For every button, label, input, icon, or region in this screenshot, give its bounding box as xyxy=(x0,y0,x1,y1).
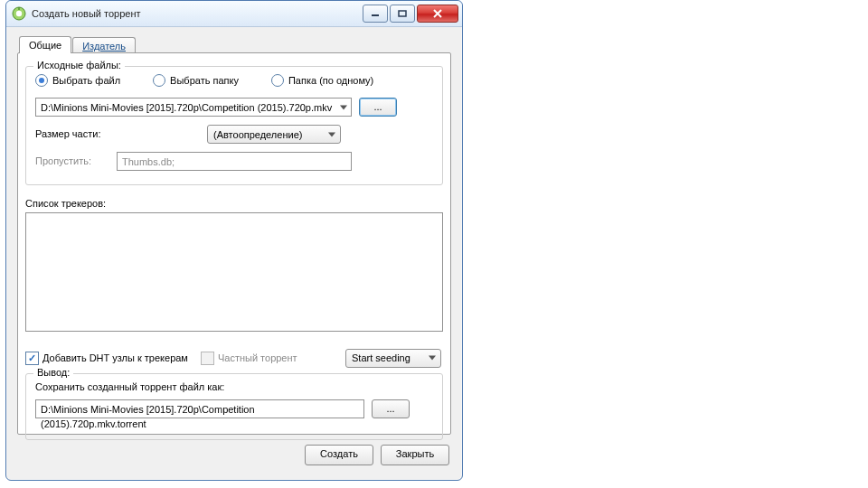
checkbox-label: Добавить DHT узлы к трекерам xyxy=(42,352,188,363)
checkbox-label: Частный торрент xyxy=(218,352,297,363)
group-legend: Исходные файлы: xyxy=(33,60,125,70)
close-button[interactable] xyxy=(417,5,458,23)
checkbox-private: Частный торрент xyxy=(201,352,297,365)
trackers-textarea[interactable] xyxy=(25,212,443,332)
browse-output-button[interactable]: ... xyxy=(372,399,410,418)
chevron-down-icon xyxy=(340,105,347,109)
button-label: ... xyxy=(373,101,382,112)
client-area: Общие Издатель Исходные файлы: Выбрать ф… xyxy=(14,32,455,473)
svg-point-1 xyxy=(16,11,22,16)
group-source-files: Исходные файлы: Выбрать файл Выбрать пап… xyxy=(25,66,443,185)
close-dialog-button[interactable]: Закрыть xyxy=(381,445,449,465)
group-output: Вывод: Сохранить созданный торрент файл … xyxy=(25,373,443,440)
tab-label: Издатель xyxy=(82,41,126,52)
minimize-button[interactable] xyxy=(363,5,388,23)
dialog-buttons: Создать Закрыть xyxy=(305,445,449,465)
create-button[interactable]: Создать xyxy=(305,445,373,465)
window-title: Создать новый торрент xyxy=(32,8,361,19)
svg-rect-4 xyxy=(399,11,406,16)
source-path-value: D:\Minions Mini-Movies [2015].720p\Compe… xyxy=(41,102,332,113)
seeding-select[interactable]: Start seeding xyxy=(345,349,441,368)
seeding-value: Start seeding xyxy=(352,352,410,363)
radio-dot-icon xyxy=(153,74,165,87)
group-legend: Вывод: xyxy=(33,367,73,378)
radio-dot-icon xyxy=(35,74,48,87)
tabstrip: Общие Издатель xyxy=(19,33,137,53)
skip-label: Пропустить: xyxy=(35,155,91,166)
checkbox-icon xyxy=(201,352,214,365)
piece-size-label: Размер части: xyxy=(35,128,100,139)
chevron-down-icon xyxy=(429,356,436,361)
window-buttons xyxy=(361,5,458,23)
skip-value: Thumbs.db; xyxy=(122,156,175,167)
radio-label: Выбрать файл xyxy=(52,75,120,86)
tab-general[interactable]: Общие xyxy=(19,36,71,53)
radio-label: Выбрать папку xyxy=(170,75,239,86)
button-label: Создать xyxy=(320,448,358,459)
output-path-value: D:\Minions Mini-Movies [2015].720p\Compe… xyxy=(41,404,255,429)
tab-panel-general: Исходные файлы: Выбрать файл Выбрать пап… xyxy=(17,52,451,435)
output-path-input[interactable]: D:\Minions Mini-Movies [2015].720p\Compe… xyxy=(35,399,364,418)
checkbox-icon xyxy=(25,352,39,365)
button-label: Закрыть xyxy=(396,448,434,459)
trackers-label: Список трекеров: xyxy=(25,198,106,209)
button-label: ... xyxy=(386,403,394,414)
radio-select-file[interactable]: Выбрать файл xyxy=(35,74,120,87)
radio-folder-each[interactable]: Папка (по одному) xyxy=(271,74,373,87)
tab-label: Общие xyxy=(29,40,61,51)
radio-dot-icon xyxy=(271,74,284,87)
radio-select-folder[interactable]: Выбрать папку xyxy=(153,74,239,87)
source-path-combo[interactable]: D:\Minions Mini-Movies [2015].720p\Compe… xyxy=(35,98,352,117)
radio-label: Папка (по одному) xyxy=(288,75,373,86)
piece-size-value: (Автоопределение) xyxy=(213,129,302,140)
svg-rect-3 xyxy=(372,14,379,16)
chevron-down-icon xyxy=(328,132,335,136)
tab-publisher[interactable]: Издатель xyxy=(72,37,136,53)
app-icon xyxy=(12,6,26,21)
skip-input[interactable]: Thumbs.db; xyxy=(117,152,352,171)
source-mode-radios: Выбрать файл Выбрать папку Папка (по одн… xyxy=(35,74,373,87)
save-as-label: Сохранить созданный торрент файл как: xyxy=(35,381,224,392)
piece-size-select[interactable]: (Автоопределение) xyxy=(207,125,341,144)
svg-rect-2 xyxy=(18,7,19,10)
window-frame: Создать новый торрент Общие Издатель xyxy=(5,0,463,481)
titlebar[interactable]: Создать новый торрент xyxy=(6,1,462,27)
options-row: Добавить DHT узлы к трекерам Частный тор… xyxy=(25,348,443,368)
checkbox-dht[interactable]: Добавить DHT узлы к трекерам xyxy=(25,352,188,365)
maximize-button[interactable] xyxy=(390,5,415,23)
browse-source-button[interactable]: ... xyxy=(359,98,397,117)
